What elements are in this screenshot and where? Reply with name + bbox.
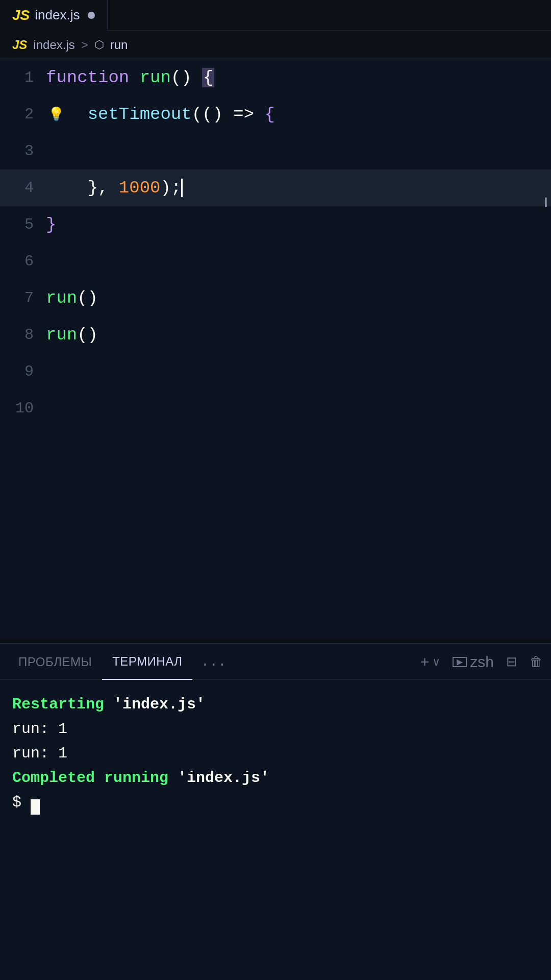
space2 — [192, 68, 202, 87]
line-number-7: 7 — [0, 289, 46, 307]
line-content-8: run () — [46, 325, 551, 345]
terminal-line-run2: run: 1 — [12, 741, 539, 766]
delete-terminal-button[interactable]: 🗑 — [530, 654, 543, 670]
keyword-function: function — [46, 68, 129, 87]
run-call-2-parens: () — [77, 325, 98, 345]
scroll-indicator: I — [544, 194, 548, 211]
breadcrumb: JS index.js > ⬡ run — [0, 31, 551, 59]
problems-label: ПРОБЛЕМЫ — [18, 655, 92, 669]
open-brace: { — [265, 105, 275, 124]
panel-actions: + ∨ ▶ zsh ⊟ 🗑 — [420, 653, 543, 671]
line-number-3: 3 — [0, 142, 46, 160]
line-number-1: 1 — [0, 69, 46, 86]
tab-modified-dot — [88, 12, 95, 19]
semicolon: ; — [171, 178, 181, 198]
code-line-4: 4 }, 1000 ) ; — [0, 169, 551, 206]
dropdown-arrow: ∨ — [432, 655, 440, 669]
arrow: => — [233, 105, 254, 124]
code-line-7: 7 run () — [0, 280, 551, 316]
parens: () — [171, 68, 192, 87]
plus-icon: + — [420, 653, 430, 671]
breadcrumb-symbol-icon: ⬡ — [94, 38, 104, 52]
terminal-line-run1: run: 1 — [12, 717, 539, 741]
completed-text: Completed running 'index.js' — [12, 769, 269, 787]
timeout-value: 1000 — [119, 178, 161, 198]
run-call-1-parens: () — [77, 288, 98, 308]
breadcrumb-file[interactable]: index.js — [33, 38, 74, 52]
close-brace: } — [46, 215, 56, 234]
terminal-line-prompt: $ — [12, 790, 539, 815]
restart-text: Restarting 'index.js' — [12, 696, 205, 713]
close-paren: ) — [160, 178, 170, 198]
tab-problems[interactable]: ПРОБЛЕМЫ — [8, 644, 102, 680]
terminal-line-completed: Completed running 'index.js' — [12, 766, 539, 790]
line-number-4: 4 — [0, 179, 46, 197]
code-line-10: 10 — [0, 390, 551, 427]
js-file-icon: JS — [12, 7, 30, 23]
split-icon: ⊟ — [506, 654, 517, 670]
line-number-10: 10 — [0, 400, 46, 417]
terminal-line-restart: Restarting 'index.js' — [12, 692, 539, 717]
code-line-3: 3 — [0, 133, 551, 169]
tab-more[interactable]: ... — [192, 644, 234, 680]
terminal-icon: ▶ — [453, 657, 467, 667]
terminal-label: ТЕРМИНАЛ — [112, 654, 182, 669]
run-call-1-name: run — [46, 288, 77, 308]
terminal-cursor — [31, 799, 40, 815]
code-line-1: 1 function run () { — [0, 59, 551, 96]
code-lines: 1 function run () { 2 💡 setTimeout ( () … — [0, 59, 551, 427]
more-label: ... — [201, 654, 226, 670]
line-content-1: function run () { — [46, 68, 551, 87]
line-number-5: 5 — [0, 216, 46, 233]
line-number-6: 6 — [0, 253, 46, 270]
indent — [46, 178, 88, 198]
line-content-2: setTimeout ( () => { — [46, 105, 551, 124]
line-content-4: }, 1000 ) ; — [46, 178, 551, 198]
file-tab[interactable]: JS index.js — [0, 0, 108, 31]
func-name-run: run — [140, 68, 171, 87]
run1-text: run: 1 — [12, 720, 67, 738]
code-line-5: 5 } — [0, 206, 551, 243]
new-terminal-button[interactable]: + ∨ — [420, 653, 441, 671]
space — [129, 68, 139, 87]
panel-tab-bar: ПРОБЛЕМЫ ТЕРМИНАЛ ... + ∨ ▶ zsh ⊟ 🗑 — [0, 644, 551, 680]
tab-label: index.js — [35, 7, 80, 23]
run2-text: run: 1 — [12, 745, 67, 762]
tab-terminal[interactable]: ТЕРМИНАЛ — [102, 644, 192, 680]
arrow-params: () — [202, 105, 223, 124]
breadcrumb-js-icon: JS — [12, 38, 27, 52]
shell-label: zsh — [470, 653, 494, 671]
split-terminal-button[interactable]: ⊟ — [506, 654, 517, 670]
line-content-5: } — [46, 215, 551, 234]
close-brace-comma: }, — [88, 178, 119, 198]
bottom-panel: ПРОБЛЕМЫ ТЕРМИНАЛ ... + ∨ ▶ zsh ⊟ 🗑 — [0, 643, 551, 980]
run-call-2-name: run — [46, 325, 77, 345]
terminal-output[interactable]: Restarting 'index.js' run: 1 run: 1 Comp… — [0, 680, 551, 827]
code-line-8: 8 run () — [0, 316, 551, 353]
line-number-8: 8 — [0, 326, 46, 344]
tab-bar: JS index.js — [0, 0, 551, 31]
terminal-type-button[interactable]: ▶ zsh — [453, 653, 494, 671]
breadcrumb-function[interactable]: run — [110, 38, 128, 52]
text-cursor — [181, 179, 183, 197]
code-line-9: 9 — [0, 353, 551, 390]
prompt-symbol: $ — [12, 794, 31, 811]
settimeout-call: setTimeout — [88, 105, 192, 124]
code-line-6: 6 — [0, 243, 551, 280]
space — [223, 105, 233, 124]
open-brace-highlight: { — [202, 68, 214, 87]
open-paren: ( — [192, 105, 202, 124]
trash-icon: 🗑 — [530, 654, 543, 670]
line-number-2: 2 — [0, 106, 46, 123]
line-number-9: 9 — [0, 363, 46, 380]
code-line-2: 2 💡 setTimeout ( () => { — [0, 96, 551, 133]
breadcrumb-separator: > — [81, 38, 88, 52]
space2 — [254, 105, 264, 124]
code-editor[interactable]: 1 function run () { 2 💡 setTimeout ( () … — [0, 59, 551, 638]
indent — [46, 105, 88, 124]
line-content-7: run () — [46, 288, 551, 308]
